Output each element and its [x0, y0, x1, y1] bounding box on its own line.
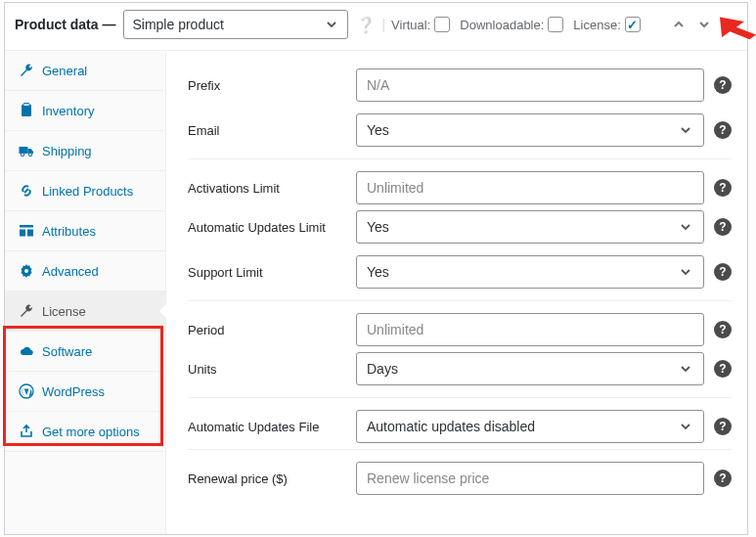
sidebar-item-label: Software: [42, 344, 92, 359]
help-icon[interactable]: ?: [714, 218, 732, 236]
prefix-label: Prefix: [188, 78, 356, 93]
sidebar-item-software[interactable]: Software: [5, 332, 165, 372]
units-label: Units: [188, 362, 356, 377]
downloadable-label: Downloadable:: [460, 18, 544, 32]
product-type-value: Simple product: [132, 17, 324, 32]
support-value: Yes: [367, 264, 389, 280]
renewal-label: Renewal price ($): [188, 471, 356, 486]
license-panel: Prefix N/A ? Email Yes ? Activations Lim…: [166, 51, 747, 534]
sidebar-item-more[interactable]: Get more options: [5, 412, 165, 452]
sidebar-item-label: General: [42, 64, 87, 78]
auto-file-select[interactable]: Automatic updates disabled: [356, 410, 704, 443]
units-select[interactable]: Days: [356, 352, 704, 385]
chevron-up-icon[interactable]: [671, 17, 687, 32]
sidebar-item-wordpress[interactable]: WordPress: [5, 372, 165, 412]
chevron-down-icon: [678, 219, 693, 235]
help-icon[interactable]: ?: [714, 418, 732, 435]
panel-body: General Inventory Shipping Linked Produc…: [5, 51, 747, 534]
product-type-select[interactable]: Simple product: [123, 10, 348, 39]
svg-rect-1: [23, 104, 29, 107]
wrench-icon: [19, 63, 34, 78]
period-label: Period: [188, 323, 356, 337]
svg-rect-5: [20, 225, 33, 228]
sidebar-item-label: Inventory: [42, 104, 94, 118]
sidebar-item-label: Shipping: [42, 144, 92, 158]
help-icon[interactable]: ?: [714, 470, 732, 487]
sidebar-item-label: Linked Products: [42, 184, 133, 199]
cloud-icon: [19, 343, 34, 359]
separator: |: [381, 17, 385, 32]
help-icon[interactable]: ?: [714, 321, 732, 338]
sidebar-item-general[interactable]: General: [5, 51, 165, 91]
activations-input[interactable]: Unlimited: [356, 171, 704, 204]
auto-updates-value: Yes: [367, 219, 389, 235]
svg-point-3: [21, 153, 24, 157]
wrench-icon: [19, 303, 34, 319]
svg-rect-7: [27, 230, 33, 237]
product-data-header: Product data — Simple product ❔ | Virtua…: [5, 3, 747, 51]
auto-updates-select[interactable]: Yes: [356, 210, 704, 244]
svg-point-4: [28, 153, 32, 157]
sidebar-item-shipping[interactable]: Shipping: [5, 131, 165, 171]
support-select[interactable]: Yes: [356, 255, 704, 289]
help-icon[interactable]: ?: [714, 263, 732, 281]
chevron-down-icon: [678, 361, 693, 377]
layout-icon: [19, 223, 34, 239]
sidebar-item-linked[interactable]: Linked Products: [5, 171, 165, 211]
chevron-down-icon: [678, 264, 693, 280]
sidebar-item-label: Advanced: [42, 264, 99, 279]
auto-updates-label: Automatic Updates Limit: [188, 220, 356, 235]
clipboard-icon: [19, 103, 34, 118]
prefix-input[interactable]: N/A: [356, 68, 704, 102]
auto-file-value: Automatic updates disabled: [367, 419, 535, 434]
svg-rect-6: [20, 230, 25, 237]
virtual-label: Virtual:: [391, 18, 430, 32]
period-input[interactable]: Unlimited: [356, 313, 704, 346]
wordpress-icon: [19, 383, 34, 399]
truck-icon: [19, 143, 34, 158]
sidebar: General Inventory Shipping Linked Produc…: [5, 51, 166, 534]
sidebar-item-attributes[interactable]: Attributes: [5, 211, 165, 251]
license-label: License:: [573, 18, 620, 32]
units-value: Days: [367, 361, 398, 377]
help-icon[interactable]: ?: [714, 76, 732, 94]
sidebar-item-advanced[interactable]: Advanced: [5, 251, 165, 291]
sidebar-item-license[interactable]: License: [5, 291, 165, 332]
collapse-icon[interactable]: [722, 17, 737, 32]
downloadable-checkbox[interactable]: [548, 17, 563, 32]
support-label: Support Limit: [188, 265, 356, 280]
activations-label: Activations Limit: [188, 181, 356, 196]
virtual-checkbox[interactable]: [434, 17, 450, 32]
link-icon: [19, 183, 34, 199]
chevron-down-icon: [678, 419, 693, 434]
chevron-down-icon[interactable]: [696, 17, 712, 32]
sidebar-item-label: License: [42, 304, 86, 319]
email-label: Email: [188, 123, 356, 138]
gear-icon: [19, 263, 34, 279]
sidebar-item-label: WordPress: [42, 384, 105, 399]
sidebar-item-label: Get more options: [42, 425, 140, 439]
auto-file-label: Automatic Updates File: [188, 420, 356, 434]
help-icon[interactable]: ?: [714, 179, 732, 197]
license-checkbox[interactable]: ✓: [625, 17, 641, 32]
email-select[interactable]: Yes: [356, 113, 704, 147]
help-icon[interactable]: ?: [714, 360, 732, 378]
export-icon: [19, 424, 34, 439]
sidebar-item-label: Attributes: [42, 224, 96, 239]
header-title: Product data —: [15, 17, 115, 32]
email-value: Yes: [367, 122, 389, 138]
help-icon[interactable]: ❔: [356, 16, 376, 34]
renewal-input[interactable]: Renew license price: [356, 462, 704, 495]
chevron-down-icon: [324, 17, 339, 32]
chevron-down-icon: [678, 122, 693, 138]
help-icon[interactable]: ?: [714, 121, 732, 139]
svg-point-9: [24, 269, 28, 273]
sidebar-item-inventory[interactable]: Inventory: [5, 91, 165, 131]
